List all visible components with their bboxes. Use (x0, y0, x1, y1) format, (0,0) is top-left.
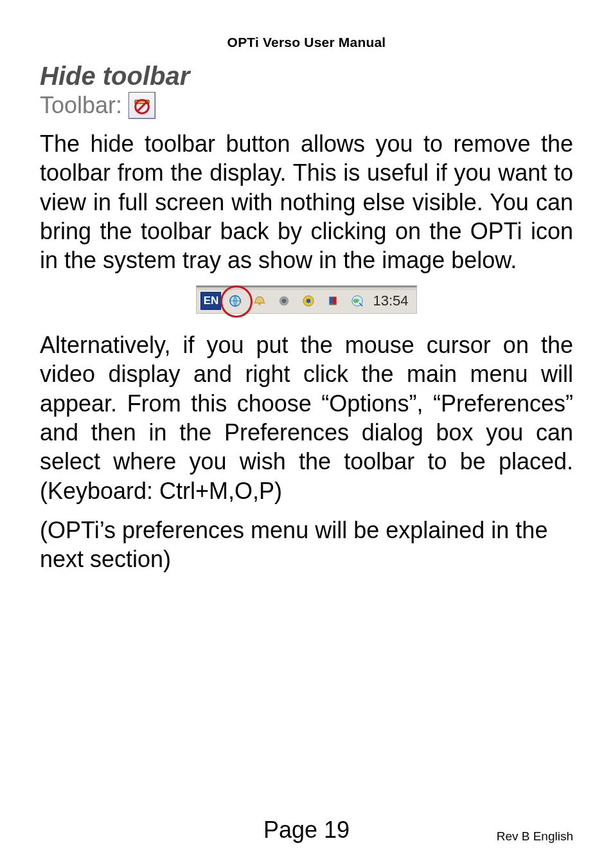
document-header: OPTi Verso User Manual (40, 35, 573, 50)
opti-tray-icon (224, 290, 247, 312)
paragraph-3: (OPTi’s preferences menu will be explain… (40, 516, 573, 574)
page-footer: Page 19 Rev B English (0, 817, 613, 844)
svg-rect-3 (141, 101, 143, 103)
system-tray: EN (196, 285, 416, 314)
paragraph-1: The hide toolbar button allows you to re… (40, 129, 573, 275)
svg-point-11 (282, 299, 287, 303)
language-indicator: EN (199, 290, 222, 312)
svg-point-13 (306, 299, 311, 303)
revision-label: Rev B English (497, 829, 573, 844)
tray-clock: 13:54 (370, 290, 412, 312)
globe-clock-icon (346, 290, 369, 312)
system-tray-figure: EN (40, 285, 573, 314)
flag-icon (321, 290, 344, 312)
section-heading: Hide toolbar (40, 62, 573, 91)
toolbar-label: Toolbar: (40, 92, 122, 119)
svg-rect-14 (330, 296, 333, 303)
document-page: OPTi Verso User Manual Hide toolbar Tool… (0, 0, 613, 868)
language-badge: EN (200, 292, 221, 310)
dot-target-icon (297, 290, 320, 312)
record-dot-icon (272, 290, 296, 312)
page-number: Page 19 (263, 817, 350, 844)
svg-rect-16 (330, 304, 337, 305)
speaker-icon (248, 290, 271, 312)
toolbar-line: Toolbar: (40, 92, 573, 119)
svg-rect-15 (333, 296, 337, 303)
paragraph-2: Alternatively, if you put the mouse curs… (40, 330, 573, 505)
hide-toolbar-icon (129, 92, 155, 119)
